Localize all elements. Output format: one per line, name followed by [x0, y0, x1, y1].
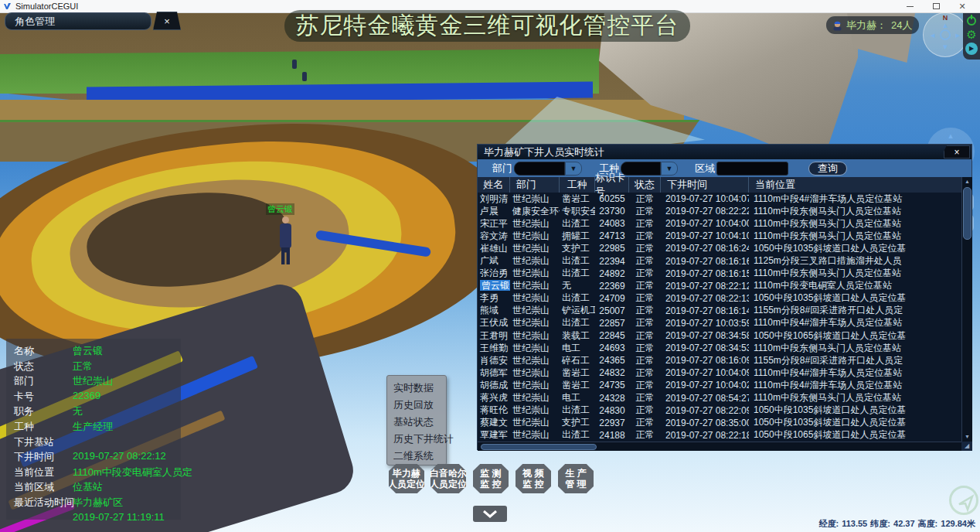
menu-item[interactable]: 二维系统 [393, 449, 446, 466]
table-row[interactable]: 蒋旺伦世纪崇山出渣工24830正常2019-07-27 08:22:091050… [478, 404, 961, 417]
nav-button[interactable]: 毕力赫人员定位 [389, 464, 424, 493]
role-manager-close-button[interactable]: × [153, 12, 181, 30]
table-row[interactable]: 蒋兴虎世纪崇山电工24328正常2019-07-27 08:54:271110m… [478, 392, 961, 404]
table-row[interactable]: 肖德安世纪崇山碎石工24365正常2019-07-27 08:16:091155… [478, 354, 961, 367]
dept-dropdown[interactable] [514, 162, 565, 176]
scroll-down-icon[interactable]: ▼ [962, 432, 972, 442]
menu-item[interactable]: 历史回放 [393, 398, 446, 415]
chevron-down-icon[interactable]: ▼ [565, 162, 582, 176]
chevron-down-icon[interactable]: ▼ [661, 162, 678, 176]
vertical-scroll-thumb[interactable] [963, 187, 971, 240]
scroll-up-icon[interactable]: ▲ [962, 177, 972, 186]
table-row[interactable]: 李勇世纪崇山出渣工24709正常2019-07-27 08:22:131050中… [478, 292, 961, 305]
table-cell: 崔雄山 [478, 242, 510, 255]
table-cell: 1110m中段4#溜井车场人员定位基站 [749, 379, 961, 392]
panel-close-button[interactable]: × [944, 145, 970, 159]
table-cell: 正常 [629, 329, 661, 343]
table-cell: 2019-07-27 08:22:18 [661, 430, 749, 441]
vertical-scrollbar[interactable]: ▲ ▼ [961, 177, 972, 442]
table-row[interactable]: 广斌世纪崇山出渣工22394正常2019-07-27 08:16:161125m… [478, 254, 961, 267]
miner-avatar[interactable]: 曾云锻 [266, 203, 306, 275]
table-cell: 正常 [629, 428, 661, 442]
table-row[interactable]: 曾云锻世纪崇山无22369正常2019-07-27 08:22:121110m中… [478, 280, 961, 292]
table-row[interactable]: 胡德成世纪崇山凿岩工24735正常2019-07-27 10:04:021110… [478, 379, 961, 391]
table-cell: 电工 [560, 342, 595, 355]
table-cell: 正常 [629, 404, 661, 417]
table-row[interactable]: 刘明清世纪崇山凿岩工60255正常2019-07-27 10:04:071110… [478, 193, 961, 205]
table-cell: 世纪崇山 [510, 254, 560, 268]
detail-label: 下井时间 [14, 450, 74, 466]
table-cell: 2019-07-27 08:22:09 [661, 405, 749, 416]
maximize-button[interactable] [924, 0, 948, 12]
detail-value: 毕力赫矿区 [73, 496, 192, 511]
play-icon[interactable]: ▶ [965, 43, 978, 55]
table-cell: 正常 [629, 316, 661, 329]
table-cell: 1110m中段4#溜井车场人员定位基站 [749, 316, 961, 329]
menu-item[interactable]: 实时数据 [393, 381, 446, 398]
table-cell: 正常 [629, 391, 661, 404]
table-cell: 24365 [595, 355, 629, 366]
collapse-panel-button[interactable] [473, 506, 507, 522]
table-cell: 2019-07-27 10:04:00 [661, 218, 749, 229]
table-row[interactable]: 熊域世纪崇山铲运机工25007正常2019-07-27 08:16:141155… [478, 305, 961, 317]
menu-item[interactable]: 历史下井统计 [393, 432, 446, 449]
table-row[interactable]: 王伏成世纪崇山出渣工22857正常2019-07-27 10:03:591110… [478, 317, 961, 329]
table-cell: 正常 [629, 254, 661, 268]
table-cell: 蒋旺伦 [478, 404, 510, 417]
detail-value: 生产经理 [73, 420, 192, 435]
table-cell: 凿岩工 [560, 193, 595, 206]
table-row[interactable]: 容文涛世纪崇山拥罐工24713正常2019-07-27 10:04:101110… [478, 230, 961, 242]
table-cell: 25007 [595, 305, 629, 316]
table-row[interactable]: 宋正平世纪崇山出渣工24083正常2019-07-27 10:04:001110… [478, 217, 961, 230]
nav-button[interactable]: 生 产管 理 [558, 464, 594, 493]
minimize-button[interactable] [898, 0, 921, 12]
nav-button[interactable]: 监 测监 控 [473, 464, 509, 493]
query-button[interactable]: 查询 [808, 162, 847, 176]
detail-value: 位基站 [73, 480, 192, 496]
power-icon[interactable] [967, 16, 976, 26]
resize-corner[interactable]: ◢ [961, 442, 972, 451]
table-cell: 1050中段1065斜坡道口处人员定位基 [749, 428, 961, 442]
nav-button[interactable]: 视 频监 控 [516, 464, 551, 493]
table-cell: 1110m中段东侧马头门人员定位基站 [749, 230, 961, 243]
table-cell: 世纪崇山 [510, 391, 560, 404]
table-cell: 世纪崇山 [510, 292, 560, 305]
table-cell: 出渣工 [560, 428, 595, 442]
table-cell: 22857 [595, 318, 629, 329]
table-row[interactable]: 王君明世纪崇山装载工22845正常2019-07-27 08:34:581050… [478, 329, 961, 342]
nav-button[interactable]: 白音哈尔人员定位 [430, 464, 466, 493]
panel-titlebar[interactable]: 毕力赫矿下井人员实时统计 [478, 145, 971, 159]
table-row[interactable]: 崔雄山世纪崇山支护工22985正常2019-07-27 08:16:241050… [478, 242, 961, 254]
compass-control[interactable]: N ▴ ▾ ◂ ▸ [923, 12, 968, 57]
close-button[interactable]: ✕ [951, 0, 974, 12]
compass-center-icon [940, 29, 951, 40]
horizontal-scroll-thumb[interactable] [481, 444, 597, 450]
table-cell: 世纪崇山 [510, 329, 560, 343]
table-cell: 出渣工 [560, 292, 595, 305]
table-cell: 世纪崇山 [510, 304, 560, 317]
table-row[interactable]: 张治勇世纪崇山出渣工24892正常2019-07-27 08:16:151110… [478, 268, 961, 280]
table-cell: 1125m分段三叉路口措施溜井处人员 [749, 254, 961, 268]
area-input[interactable] [716, 162, 788, 176]
detail-label: 卡号 [14, 390, 74, 405]
table-cell: 2019-07-27 10:04:09 [661, 367, 749, 378]
table-row[interactable]: 蔡建文世纪崇山支护工22937正常2019-07-27 08:35:001050… [478, 417, 961, 429]
detail-value: 2019-07-27 11:19:11 [73, 511, 192, 527]
gear-icon[interactable]: ⚙ [965, 28, 978, 42]
column-header: 姓名 [478, 177, 510, 193]
table-row[interactable]: 卢晨健康安全环保部专职安全员23730正常2019-07-27 08:22:22… [478, 205, 961, 217]
table-row[interactable]: 王维勤世纪崇山电工24693正常2019-07-27 08:34:531110m… [478, 342, 961, 354]
table-cell: 22369 [595, 281, 629, 292]
table-cell: 24832 [595, 367, 629, 378]
cursor-arrow-icon [957, 493, 975, 512]
table-cell: 22394 [595, 256, 629, 267]
table-cell: 王伏成 [478, 316, 510, 329]
role-manager-bar[interactable]: 角色管理 [5, 12, 151, 30]
table-cell: 蔡建文 [478, 416, 510, 429]
table-row[interactable]: 胡德军世纪崇山凿岩工24832正常2019-07-27 10:04:091110… [478, 367, 961, 379]
table-cell: 1050中段1035斜坡道口处人员定位基 [749, 404, 961, 417]
horizontal-scrollbar[interactable] [478, 442, 961, 451]
table-row[interactable]: 覃建军世纪崇山出渣工24188正常2019-07-27 08:22:181050… [478, 429, 961, 442]
menu-item[interactable]: 基站状态 [393, 415, 446, 432]
table-cell: 22845 [595, 330, 629, 341]
